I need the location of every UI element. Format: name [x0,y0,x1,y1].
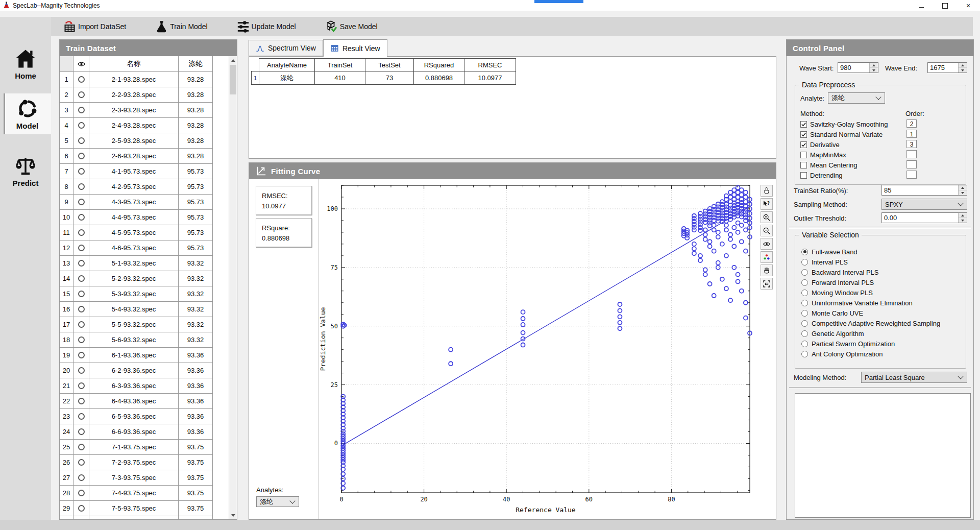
visibility-circle-icon[interactable] [78,107,85,113]
visibility-circle-icon[interactable] [78,76,85,83]
train-table-row[interactable]: 42-4-93.28.spec93.28 [60,118,237,133]
train-table-row[interactable]: 62-6-93.28.spec93.28 [60,149,237,164]
radio-option-genetic-algorithm[interactable]: Genetic Algorithm [801,328,963,339]
row-visibility-cell[interactable] [74,133,89,149]
train-table-row[interactable]: 216-3-93.36.spec93.36 [60,378,237,394]
radio-unselected[interactable] [801,320,808,327]
visibility-circle-icon[interactable] [78,168,85,175]
trainset-ratio-value[interactable]: 85 [882,185,958,195]
maximize-button[interactable] [933,0,957,11]
visibility-circle-icon[interactable] [78,459,85,466]
checkbox-unchecked[interactable] [800,152,807,158]
visibility-column-header[interactable] [74,56,89,72]
plot-tool-eye[interactable] [761,238,773,250]
spinner-arrows-icon[interactable] [958,213,967,223]
train-table-row[interactable]: 114-5-95.73.spec95.73 [60,225,237,240]
train-table-row[interactable]: 287-4-93.75.spec93.75 [60,486,237,501]
train-table-row[interactable]: 145-2-93.32.spec93.32 [60,271,237,286]
radio-option-competitive-adaptive-reweighted-sampling[interactable]: Competitive Adaptive Reweighted Sampling [801,318,963,328]
order-input[interactable]: 3 [906,140,917,148]
sidebar-item-predict[interactable]: Predict [0,151,51,191]
row-visibility-cell[interactable] [74,348,89,363]
row-visibility-cell[interactable] [74,394,89,409]
train-table-row[interactable]: 52-5-93.28.spec93.28 [60,133,237,149]
train-table-row[interactable]: 277-3-93.75.spec93.75 [60,470,237,486]
fitting-curve-plot[interactable]: 0204060800255075100Reference ValuePredic… [318,180,758,519]
radio-option-backward-interval-pls[interactable]: Backward Interval PLS [801,267,963,277]
row-visibility-cell[interactable] [74,317,89,332]
toolbar-button-import-dataset[interactable]: Import DataSet [63,20,126,34]
row-visibility-cell[interactable] [74,302,89,317]
visibility-circle-icon[interactable] [78,291,85,297]
visibility-circle-icon[interactable] [78,321,85,328]
scatter-chart[interactable]: 0204060800255075100Reference ValuePredic… [318,180,758,517]
radio-option-full-wave-band[interactable]: Full-wave Band [801,247,963,257]
radio-unselected[interactable] [801,259,808,266]
row-visibility-cell[interactable] [74,286,89,302]
train-table-row[interactable]: 257-1-93.75.spec93.75 [60,440,237,455]
tab-result-view[interactable]: Result View [323,39,387,57]
sidebar-item-home[interactable]: Home [0,43,51,84]
radio-option-moving-window-pls[interactable]: Moving Window PLS [801,287,963,298]
train-table-row[interactable]: 196-1-93.36.spec93.36 [60,348,237,363]
scroll-down-button[interactable] [229,511,237,519]
train-table-row[interactable]: 226-4-93.36.spec93.36 [60,394,237,409]
visibility-circle-icon[interactable] [78,505,85,512]
train-table-row[interactable]: 84-2-95.73.spec95.73 [60,179,237,195]
sampling-method-select[interactable]: SPXY [881,199,967,210]
visibility-circle-icon[interactable] [78,183,85,190]
radio-option-interval-pls[interactable]: Interval PLS [801,257,963,267]
trainset-ratio-input[interactable]: 85 [881,185,967,196]
row-visibility-cell[interactable] [74,271,89,286]
visibility-circle-icon[interactable] [78,490,85,496]
name-column-header[interactable]: 名称 [89,56,179,72]
spinner-arrows-icon[interactable] [958,63,967,73]
outlier-threshold-value[interactable]: 0.00 [882,213,958,223]
visibility-circle-icon[interactable] [78,398,85,404]
wave-start-value[interactable]: 980 [838,63,869,73]
scroll-up-button[interactable] [229,56,237,64]
row-visibility-cell[interactable] [74,363,89,378]
sidebar-item-model[interactable]: Model [4,93,51,134]
spinner-arrows-icon[interactable] [869,63,878,73]
train-table-row[interactable]: 94-3-95.73.spec95.73 [60,195,237,210]
tab-spectrum-view[interactable]: Spectrum View [249,40,323,56]
row-visibility-cell[interactable] [74,440,89,455]
train-table-row[interactable]: 297-5-93.75.spec93.75 [60,501,237,516]
radio-unselected[interactable] [801,269,808,276]
toolbar-button-train-model[interactable]: Train Model [155,20,207,34]
wave-end-value[interactable]: 1675 [928,63,958,73]
train-table-row[interactable]: 236-5-93.36.spec93.36 [60,409,237,424]
row-visibility-cell[interactable] [74,164,89,179]
train-table-row[interactable]: 165-4-93.32.spec93.32 [60,302,237,317]
toolbar-button-update-model[interactable]: Update Model [236,20,296,34]
train-table-row[interactable]: 135-1-93.32.spec93.32 [60,256,237,271]
checkbox-checked[interactable] [800,131,807,138]
radio-unselected[interactable] [801,279,808,286]
row-visibility-cell[interactable] [74,149,89,164]
radio-unselected[interactable] [801,300,808,306]
radio-unselected[interactable] [801,310,808,317]
analyte-column-header[interactable]: 涤纶 [179,56,213,72]
train-table-row[interactable]: 74-1-95.73.spec95.73 [60,164,237,179]
radio-selected[interactable] [801,249,808,255]
row-visibility-cell[interactable] [74,332,89,348]
plot-tool-help-pointer[interactable]: ? [761,198,773,210]
visibility-circle-icon[interactable] [78,122,85,129]
row-visibility-cell[interactable] [74,103,89,118]
plot-tool-zoom-out[interactable] [761,225,773,236]
row-visibility-cell[interactable] [74,378,89,394]
train-table-row[interactable]: 185-6-93.32.spec93.32 [60,332,237,348]
train-table-row[interactable]: 175-5-93.32.spec93.32 [60,317,237,332]
analytes-select[interactable]: 涤纶 [256,496,299,507]
visibility-circle-icon[interactable] [78,153,85,159]
radio-option-partical-swarm-optimization[interactable]: Partical Swarm Optimization [801,339,963,349]
analyte-select[interactable]: 涤纶 [828,92,885,104]
close-button[interactable]: × [957,0,980,11]
radio-option-monte-carlo-uve[interactable]: Monte Carlo UVE [801,308,963,318]
row-visibility-cell[interactable] [74,409,89,424]
train-table-row[interactable]: 267-2-93.75.spec93.75 [60,455,237,470]
radio-option-forward-interval-pls[interactable]: Forward Interval PLS [801,277,963,287]
visibility-circle-icon[interactable] [78,214,85,221]
radio-option-uninformative-variable-elimination[interactable]: Uninformative Variable Elimination [801,298,963,308]
